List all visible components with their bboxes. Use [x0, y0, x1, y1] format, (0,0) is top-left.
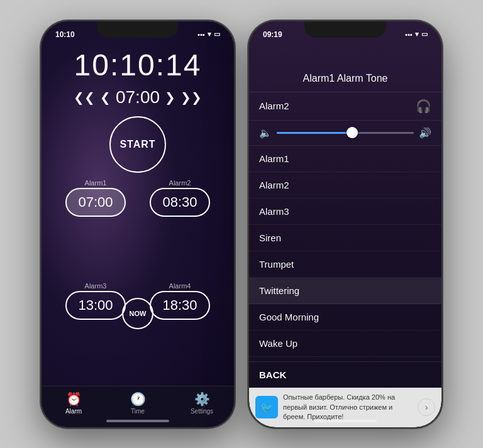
ad-logo: 🐦 [255, 396, 278, 418]
phone-2: 09:19 ▪▪▪ ▾ ▭ Alarm1 Alarm Tone Alarm2 🎧… [248, 20, 443, 429]
tone-item-alarm1[interactable]: Alarm1 [249, 146, 441, 172]
home-indicator-2[interactable] [314, 420, 377, 422]
status-icons-1: ▪▪▪ ▾ ▭ [197, 30, 220, 38]
tab-alarm[interactable]: ⏰ Alarm [42, 391, 106, 415]
alarm2-selected-label: Alarm2 [259, 101, 289, 111]
single-down-arrow[interactable]: ❮ [100, 90, 111, 105]
signal-icon-2: ▪▪▪ [405, 31, 413, 38]
ad-logo-icon: 🐦 [260, 402, 273, 413]
alarm2-label: Alarm2 [169, 179, 191, 187]
status-time-2: 09:19 [263, 30, 282, 39]
alarm2-bubble[interactable]: 08:30 [150, 188, 209, 217]
alarm-tab-label: Alarm [65, 408, 82, 415]
alarm-cell-2: Alarm2 08:30 [141, 179, 219, 276]
battery-icon: ▭ [214, 30, 220, 38]
alarm1-label: Alarm1 [85, 179, 107, 187]
volume-slider-thumb[interactable] [347, 127, 358, 138]
status-time-1: 10:10 [55, 30, 75, 39]
tone-item-siren[interactable]: Siren [249, 225, 441, 251]
start-button[interactable]: START [109, 116, 166, 173]
time-tab-icon: 🕐 [130, 391, 146, 407]
tone-item-twittering[interactable]: Twittering [249, 278, 441, 304]
phone-1: 10:10 ▪▪▪ ▾ ▭ 10:10:14 ❮❮ ❮ 07:00 ❯ ❯❯ S… [40, 20, 235, 429]
battery-icon-2: ▭ [421, 30, 428, 38]
alarms-grid: Alarm1 07:00 Alarm2 08:30 Alarm3 13:00 A… [42, 173, 234, 386]
alarm-cell-1: Alarm1 07:00 [57, 179, 135, 276]
ad-text: Опытные барберы. Скидка 20% на первый ви… [283, 393, 413, 422]
now-button[interactable]: NOW [122, 298, 153, 329]
start-button-wrap: START [42, 116, 234, 173]
tone-screen-header: Alarm1 Alarm Tone [249, 41, 441, 92]
tone-item-alarm2[interactable]: Alarm2 [249, 172, 441, 199]
tone-item-wake-up[interactable]: Wake Up [249, 331, 441, 357]
headphone-icon: 🎧 [416, 99, 431, 114]
volume-low-icon: 🔈 [259, 127, 272, 139]
tab-time[interactable]: 🕐 Time [106, 391, 170, 415]
tone-item-good-morning[interactable]: Good Morning [249, 304, 441, 331]
alarm4-bubble[interactable]: 18:30 [150, 291, 209, 320]
tone-list: Alarm1 Alarm2 Alarm3 Siren Trumpet Twitt… [249, 146, 441, 362]
alarm2-headphone-row: Alarm2 🎧 [249, 92, 441, 121]
ad-arrow-button[interactable]: › [418, 398, 435, 416]
status-bar-2: 09:19 ▪▪▪ ▾ ▭ [249, 21, 441, 41]
time-tab-label: Time [131, 408, 145, 415]
settings-tab-label: Settings [191, 408, 213, 415]
volume-slider-fill [277, 132, 352, 134]
volume-high-icon: 🔊 [419, 127, 431, 139]
settings-tab-icon: ⚙️ [194, 391, 210, 407]
signal-icon: ▪▪▪ [197, 31, 205, 38]
now-btn-wrap: NOW [122, 285, 153, 329]
wifi-icon: ▾ [208, 30, 211, 38]
alarm-tab-icon: ⏰ [66, 391, 82, 407]
double-up-arrow[interactable]: ❯❯ [180, 90, 202, 105]
wifi-icon-2: ▾ [415, 30, 419, 38]
alarm1-bubble[interactable]: 07:00 [65, 188, 125, 217]
double-down-arrow[interactable]: ❮❮ [74, 90, 95, 105]
tone-item-trumpet[interactable]: Trumpet [249, 251, 441, 278]
main-clock: 10:10:14 [42, 48, 234, 82]
tab-settings[interactable]: ⚙️ Settings [170, 391, 234, 415]
alarm3-label: Alarm3 [85, 282, 107, 290]
home-indicator-1[interactable] [106, 420, 169, 422]
alarm3-bubble[interactable]: 13:00 [65, 291, 125, 320]
time-picker: ❮❮ ❮ 07:00 ❯ ❯❯ [42, 87, 234, 107]
volume-row: 🔈 🔊 [249, 121, 441, 146]
status-icons-2: ▪▪▪ ▾ ▭ [405, 30, 428, 38]
alarm4-label: Alarm4 [169, 282, 191, 290]
back-button[interactable]: BACK [249, 361, 441, 388]
timer-display: 07:00 [116, 87, 160, 107]
status-bar-1: 10:10 ▪▪▪ ▾ ▭ [42, 21, 234, 41]
tone-item-alarm3[interactable]: Alarm3 [249, 199, 441, 225]
single-up-arrow[interactable]: ❯ [165, 90, 175, 105]
volume-slider-track[interactable] [277, 132, 414, 134]
twittering-label: Twittering [259, 285, 299, 296]
